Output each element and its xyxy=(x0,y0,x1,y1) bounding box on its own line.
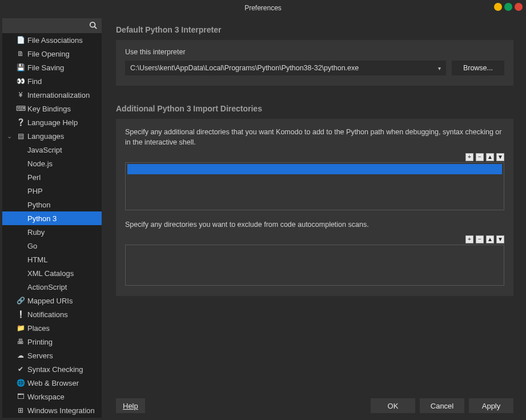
sidebar-item-label: Web & Browser xyxy=(27,379,79,387)
include-list-controls: + − ▲ ▼ xyxy=(125,153,504,161)
sidebar-item-php[interactable]: PHP xyxy=(2,184,102,198)
sidebar-item-syntax-checking[interactable]: ✔Syntax Checking xyxy=(2,362,102,376)
sidebar-item-internationalization[interactable]: ¥Internationalization xyxy=(2,88,102,102)
mapped-uris-icon: 🔗 xyxy=(16,297,25,305)
languages-icon: ▤ xyxy=(16,132,25,140)
include-moveup-icon[interactable]: ▲ xyxy=(486,153,494,161)
dialog-button-bar: Help OK Cancel Apply xyxy=(116,398,513,413)
key-bindings-icon: ⌨ xyxy=(16,105,25,113)
category-tree[interactable]: 📄File Associations🗎File Opening💾File Sav… xyxy=(2,33,102,418)
window-title: Preferences xyxy=(244,4,282,12)
sidebar-item-language-help[interactable]: ❔Language Help xyxy=(2,115,102,129)
content-pane: Default Python 3 Interpreter Use this in… xyxy=(103,16,526,420)
sidebar-item-file-associations[interactable]: 📄File Associations xyxy=(2,33,102,47)
sidebar-item-label: Key Bindings xyxy=(27,105,71,113)
sidebar-item-node-js[interactable]: Node.js xyxy=(2,157,102,170)
svg-point-0 xyxy=(90,22,95,27)
sidebar-item-web-browser[interactable]: 🌐Web & Browser xyxy=(2,376,102,390)
help-button[interactable]: Help xyxy=(116,398,145,413)
sidebar-item-label: JavaScript xyxy=(27,146,62,154)
sidebar-item-label: Internationalization xyxy=(27,91,90,99)
sidebar-item-label: Go xyxy=(27,242,37,250)
sidebar-item-label: Perl xyxy=(27,173,41,182)
sidebar-item-mapped-uris[interactable]: 🔗Mapped URIs xyxy=(2,294,102,307)
notifications-icon: ❕ xyxy=(16,310,25,318)
exclude-help-text: Specify any directories you want to excl… xyxy=(125,219,504,230)
sidebar-item-printing[interactable]: 🖶Printing xyxy=(2,335,102,349)
include-remove-icon[interactable]: − xyxy=(476,153,484,161)
workspace-icon: 🗔 xyxy=(16,393,25,401)
sidebar-item-perl[interactable]: Perl xyxy=(2,170,102,184)
sidebar-item-servers[interactable]: ☁Servers xyxy=(2,349,102,362)
sidebar: 📄File Associations🗎File Opening💾File Sav… xyxy=(2,18,102,418)
interpreter-select[interactable]: C:\Users\kent\AppData\Local\Programs\Pyt… xyxy=(125,61,446,75)
sidebar-item-label: File Associations xyxy=(27,36,83,45)
include-directories-list[interactable] xyxy=(125,162,504,210)
windows-integration-icon: ⊞ xyxy=(16,406,25,414)
sidebar-item-xml-catalogs[interactable]: XML Catalogs xyxy=(2,266,102,280)
sidebar-item-label: Languages xyxy=(27,132,64,141)
sidebar-item-workspace[interactable]: 🗔Workspace xyxy=(2,390,102,403)
sidebar-item-label: Mapped URIs xyxy=(27,297,73,305)
include-movedown-icon[interactable]: ▼ xyxy=(496,153,504,161)
servers-icon: ☁ xyxy=(16,351,25,359)
language-help-icon: ❔ xyxy=(16,118,25,126)
file-saving-icon: 💾 xyxy=(16,63,25,71)
sidebar-item-find[interactable]: 👀Find xyxy=(2,74,102,88)
sidebar-item-label: File Saving xyxy=(27,63,64,72)
sidebar-item-label: Find xyxy=(27,77,42,86)
sidebar-item-javascript[interactable]: JavaScript xyxy=(2,143,102,157)
sidebar-item-windows-integration[interactable]: ⊞Windows Integration xyxy=(2,403,102,417)
minimize-icon[interactable] xyxy=(494,3,502,11)
ok-button[interactable]: OK xyxy=(371,398,415,413)
exclude-list-controls: + − ▲ ▼ xyxy=(125,235,504,243)
sidebar-item-file-saving[interactable]: 💾File Saving xyxy=(2,61,102,74)
browse-button[interactable]: Browse... xyxy=(452,61,504,75)
sidebar-item-label: Printing xyxy=(27,338,53,346)
exclude-movedown-icon[interactable]: ▼ xyxy=(496,235,504,243)
cancel-button[interactable]: Cancel xyxy=(420,398,464,413)
sidebar-item-label: Python 3 xyxy=(27,214,57,223)
sidebar-item-label: Places xyxy=(27,324,50,333)
sidebar-item-html[interactable]: HTML xyxy=(2,253,102,266)
internationalization-icon: ¥ xyxy=(16,91,25,99)
sidebar-item-languages[interactable]: ▤Languages xyxy=(2,129,102,143)
sidebar-item-label: Notifications xyxy=(27,310,68,319)
sidebar-item-label: Node.js xyxy=(27,159,53,168)
sidebar-item-notifications[interactable]: ❕Notifications xyxy=(2,307,102,321)
close-icon[interactable] xyxy=(515,3,523,11)
maximize-icon[interactable] xyxy=(504,3,512,11)
exclude-moveup-icon[interactable]: ▲ xyxy=(486,235,494,243)
sidebar-item-label: ActionScript xyxy=(27,283,67,291)
exclude-directories-list[interactable] xyxy=(125,245,504,286)
sidebar-item-label: Language Help xyxy=(27,118,78,127)
sidebar-item-python-3[interactable]: Python 3 xyxy=(2,211,102,225)
syntax-checking-icon: ✔ xyxy=(16,365,25,373)
file-opening-icon: 🗎 xyxy=(16,50,25,58)
title-bar: Preferences xyxy=(0,0,526,16)
sidebar-item-label: Servers xyxy=(27,351,53,360)
find-icon: 👀 xyxy=(16,77,25,85)
sidebar-item-label: HTML xyxy=(27,255,47,264)
search-bar[interactable] xyxy=(2,18,102,33)
sidebar-item-file-opening[interactable]: 🗎File Opening xyxy=(2,47,102,61)
sidebar-item-python[interactable]: Python xyxy=(2,198,102,211)
exclude-add-icon[interactable]: + xyxy=(465,235,473,243)
interpreter-label: Use this interpreter xyxy=(125,48,504,56)
printing-icon: 🖶 xyxy=(16,338,25,346)
search-icon xyxy=(89,21,97,31)
sidebar-item-ruby[interactable]: Ruby xyxy=(2,225,102,239)
exclude-remove-icon[interactable]: − xyxy=(476,235,484,243)
sidebar-item-key-bindings[interactable]: ⌨Key Bindings xyxy=(2,102,102,115)
web-browser-icon: 🌐 xyxy=(16,379,25,387)
sidebar-item-places[interactable]: 📁Places xyxy=(2,321,102,335)
sidebar-item-go[interactable]: Go xyxy=(2,239,102,253)
sidebar-item-label: Ruby xyxy=(27,228,45,237)
interpreter-section-title: Default Python 3 Interpreter xyxy=(116,25,513,34)
importdirs-panel: Specify any additional directories that … xyxy=(116,119,513,296)
sidebar-item-label: File Opening xyxy=(27,50,70,58)
sidebar-item-actionscript[interactable]: ActionScript xyxy=(2,280,102,294)
apply-button[interactable]: Apply xyxy=(469,398,513,413)
include-selected-row[interactable] xyxy=(127,164,502,174)
include-add-icon[interactable]: + xyxy=(465,153,473,161)
